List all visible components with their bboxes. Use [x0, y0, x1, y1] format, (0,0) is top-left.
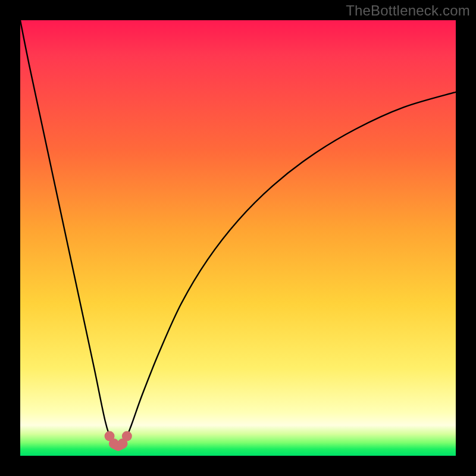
watermark-text: TheBottleneck.com: [346, 2, 470, 19]
plot-area: [20, 20, 456, 456]
trough-marker-dot: [109, 439, 119, 449]
outer-frame: TheBottleneck.com: [0, 0, 476, 476]
trough-markers: [20, 20, 456, 456]
trough-marker-dot: [122, 431, 132, 441]
